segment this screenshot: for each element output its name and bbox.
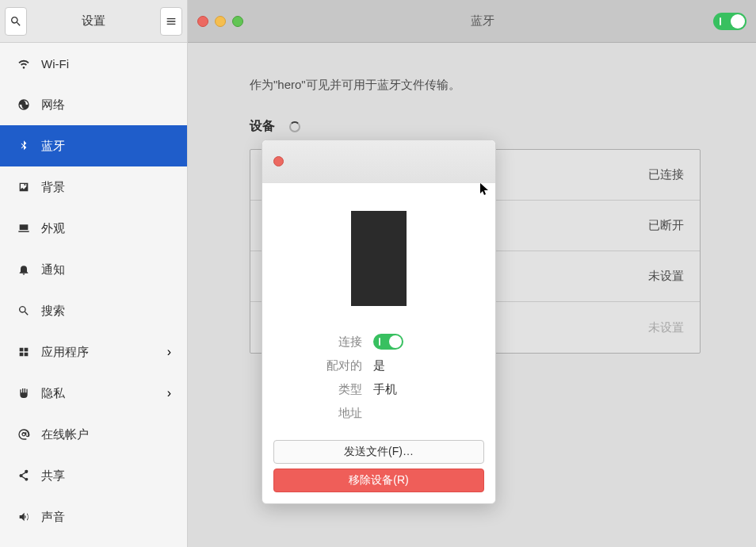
search-button[interactable] bbox=[5, 7, 27, 36]
sidebar-item-label: Wi-Fi bbox=[41, 57, 69, 71]
bell-icon bbox=[16, 263, 32, 276]
sidebar-item-appearance[interactable]: 外观 bbox=[0, 208, 187, 249]
window-controls bbox=[197, 16, 243, 27]
sidebar-item-notifications[interactable]: 通知 bbox=[0, 249, 187, 290]
sidebar-item-sound[interactable]: 声音 bbox=[0, 496, 187, 537]
sidebar-item-label: 在线帐户 bbox=[41, 427, 89, 442]
share-icon bbox=[16, 469, 32, 482]
sidebar-item-background[interactable]: 背景 bbox=[0, 166, 187, 208]
minimize-window-button[interactable] bbox=[215, 16, 226, 27]
bluetooth-icon bbox=[16, 140, 32, 152]
appearance-icon bbox=[16, 222, 32, 235]
bluetooth-toggle[interactable] bbox=[713, 13, 746, 30]
image-icon bbox=[16, 181, 32, 193]
sidebar: Wi-Fi 网络 蓝牙 背景 外观 通知 搜索 应用程序 › 隐私 › 在线帐户… bbox=[0, 43, 188, 547]
device-image bbox=[351, 211, 407, 306]
device-status: 已连接 bbox=[648, 167, 684, 182]
sidebar-item-wifi[interactable]: Wi-Fi bbox=[0, 43, 187, 84]
sidebar-item-label: 隐私 bbox=[41, 386, 65, 401]
remove-device-button[interactable]: 移除设备(R) bbox=[273, 469, 484, 492]
sidebar-item-label: 通知 bbox=[41, 262, 65, 277]
sidebar-item-label: 声音 bbox=[41, 510, 65, 525]
page-title: 蓝牙 bbox=[251, 13, 713, 29]
devices-label: 设备 bbox=[250, 118, 275, 135]
sidebar-item-label: 背景 bbox=[41, 180, 65, 195]
sidebar-item-online-accounts[interactable]: 在线帐户 bbox=[0, 414, 187, 455]
devices-header: 设备 bbox=[250, 118, 701, 135]
at-icon bbox=[16, 428, 32, 441]
menu-button[interactable] bbox=[160, 7, 182, 36]
device-status: 未设置 bbox=[648, 269, 684, 284]
apps-icon bbox=[16, 346, 32, 358]
close-window-button[interactable] bbox=[197, 16, 208, 27]
sidebar-item-applications[interactable]: 应用程序 › bbox=[0, 331, 187, 373]
paired-label: 配对的 bbox=[262, 358, 373, 373]
dialog-buttons: 发送文件(F)… 移除设备(R) bbox=[262, 440, 495, 503]
address-label: 地址 bbox=[262, 406, 373, 421]
chevron-right-icon: › bbox=[167, 345, 171, 359]
sidebar-item-label: 搜索 bbox=[41, 304, 65, 319]
dialog-details: 连接 配对的 是 类型 手机 地址 bbox=[262, 330, 495, 425]
connection-label: 连接 bbox=[262, 335, 373, 350]
sidebar-item-label: 网络 bbox=[41, 98, 65, 113]
close-dialog-button[interactable] bbox=[273, 156, 284, 166]
send-file-button[interactable]: 发送文件(F)… bbox=[273, 440, 484, 464]
hamburger-icon bbox=[165, 15, 178, 28]
device-status: 已断开 bbox=[648, 218, 684, 233]
wifi-icon bbox=[16, 57, 32, 70]
type-label: 类型 bbox=[262, 382, 373, 397]
type-value: 手机 bbox=[373, 382, 397, 397]
sidebar-item-search[interactable]: 搜索 bbox=[0, 290, 187, 331]
globe-icon bbox=[16, 98, 32, 111]
maximize-window-button[interactable] bbox=[232, 16, 243, 27]
chevron-right-icon: › bbox=[167, 386, 171, 400]
hand-icon bbox=[16, 387, 32, 400]
search-icon bbox=[10, 15, 22, 28]
dialog-header bbox=[262, 140, 495, 183]
sidebar-item-bluetooth[interactable]: 蓝牙 bbox=[0, 125, 187, 166]
sidebar-item-network[interactable]: 网络 bbox=[0, 84, 187, 125]
sidebar-item-label: 蓝牙 bbox=[41, 139, 65, 154]
sidebar-item-label: 应用程序 bbox=[41, 345, 89, 360]
spinner-icon bbox=[289, 121, 300, 132]
paired-value: 是 bbox=[373, 358, 385, 373]
sidebar-item-label: 外观 bbox=[41, 221, 65, 236]
search-icon bbox=[16, 304, 32, 317]
device-dialog: 连接 配对的 是 类型 手机 地址 发送文件(F)… 移除设备(R) bbox=[262, 140, 496, 504]
main-header: 蓝牙 bbox=[188, 0, 756, 43]
sidebar-item-label: 共享 bbox=[41, 469, 65, 484]
device-status: 未设置 bbox=[648, 320, 684, 335]
connection-toggle[interactable] bbox=[373, 334, 403, 350]
sidebar-item-sharing[interactable]: 共享 bbox=[0, 455, 187, 496]
sidebar-header: 设置 bbox=[0, 0, 188, 43]
sidebar-item-privacy[interactable]: 隐私 › bbox=[0, 373, 187, 414]
visibility-text: 作为"hero"可见并可用于蓝牙文件传输。 bbox=[250, 78, 701, 93]
speaker-icon bbox=[16, 511, 32, 523]
settings-title: 设置 bbox=[27, 13, 160, 29]
